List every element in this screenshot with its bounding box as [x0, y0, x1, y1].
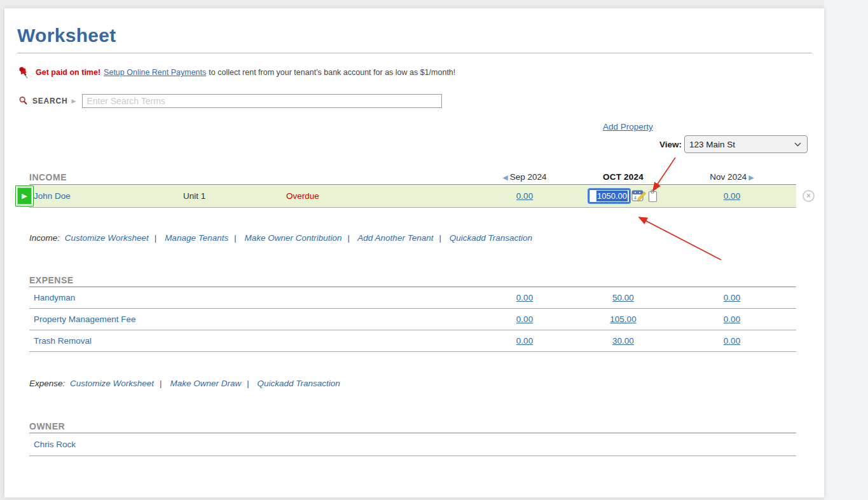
month-col-prev: ◀Sep 2024: [471, 172, 579, 182]
owner-name-link[interactable]: Chris Rock: [34, 440, 76, 449]
banner-rest-text: to collect rent from your tenant's bank …: [209, 68, 455, 77]
make-owner-draw-link[interactable]: Make Owner Draw: [170, 379, 241, 388]
expense-customize-worksheet-link[interactable]: Customize Worksheet: [70, 379, 154, 388]
month-col-next: Nov 2024▶: [668, 172, 796, 182]
tenant-status-badge: Overdue: [286, 191, 471, 201]
prev-month-button[interactable]: ◀: [502, 173, 507, 181]
note-clipboard-icon[interactable]: [648, 189, 658, 203]
expense-sep-amount-link[interactable]: 0.00: [516, 336, 533, 346]
income-sep-cell: 0.00: [471, 191, 579, 201]
next-month-button[interactable]: ▶: [748, 173, 754, 181]
make-owner-contribution-link[interactable]: Make Owner Contribution: [244, 233, 341, 243]
expense-nov-amount-link[interactable]: 0.00: [724, 293, 740, 302]
title-divider: [17, 53, 812, 53]
search-caret-icon: ▶: [71, 98, 76, 104]
expense-sep-amount-link[interactable]: 0.00: [516, 293, 533, 302]
next-month-label: Nov 2024: [710, 172, 747, 182]
dropdown-chevron-icon: [794, 142, 801, 147]
search-label: SEARCH: [32, 97, 67, 105]
expense-name-link[interactable]: Trash Removal: [34, 336, 92, 346]
view-selector: View: 123 Main St: [659, 135, 808, 153]
play-icon: ▶: [22, 193, 27, 199]
remove-row-icon[interactable]: ×: [803, 190, 815, 202]
income-sep-amount-link[interactable]: 0.00: [516, 191, 533, 201]
expense-oct-amount-link[interactable]: 105.00: [610, 314, 636, 324]
setup-rent-payments-link[interactable]: Setup Online Rent Payments: [104, 68, 206, 77]
page-title: Worksheet: [17, 25, 824, 46]
income-oct-cell: 1050.00 4: [579, 189, 668, 203]
expense-row-property-management-fee: Property Management Fee 0.00 105.00 0.00: [29, 309, 796, 330]
owner-row: Chris Rock: [29, 433, 796, 456]
property-select-value: 123 Main St: [689, 140, 735, 149]
expense-name-link[interactable]: Property Management Fee: [34, 314, 136, 324]
promo-banner: Get paid on time! Setup Online Rent Paym…: [18, 66, 824, 79]
page-background-strip: [824, 0, 868, 500]
income-amount-selected-text: 1050.00: [596, 191, 628, 201]
current-month-label: OCT 2024: [579, 172, 668, 182]
income-section-header: INCOME: [29, 172, 471, 182]
expense-section-header: EXPENSE: [29, 275, 74, 285]
separator: |: [234, 233, 237, 243]
income-amount-input[interactable]: 1050.00: [589, 189, 630, 203]
owner-section-header: OWNER: [29, 421, 65, 431]
search-input[interactable]: [82, 94, 442, 108]
owner-header-row: OWNER: [29, 419, 796, 433]
expense-oct-amount-link[interactable]: 50.00: [612, 293, 634, 302]
expense-table: EXPENSE Handyman 0.00 50.00 0.00 Propert…: [29, 273, 796, 352]
content-panel: Worksheet Get paid on time! Setup Online…: [4, 8, 824, 497]
svg-text:4: 4: [634, 196, 637, 200]
expense-row-handyman: Handyman 0.00 50.00 0.00: [29, 287, 796, 309]
separator: |: [348, 233, 350, 243]
add-another-tenant-link[interactable]: Add Another Tenant: [357, 233, 433, 243]
add-property-link[interactable]: Add Property: [603, 122, 653, 132]
expand-row-button[interactable]: ▶: [15, 186, 34, 206]
calendar-edit-icon[interactable]: 4: [631, 189, 646, 203]
expense-quickadd-transaction-link[interactable]: Quickadd Transaction: [257, 379, 340, 388]
view-label: View:: [659, 140, 682, 149]
income-tenant-row: ▶ John Doe Unit 1 Overdue 0.00 1050.00 4: [29, 185, 796, 208]
expense-sep-amount-link[interactable]: 0.00: [516, 314, 533, 324]
income-nov-cell: 0.00: [668, 191, 796, 201]
income-customize-worksheet-link[interactable]: Customize Worksheet: [65, 233, 149, 243]
income-header-row: INCOME ◀Sep 2024 OCT 2024 Nov 2024▶: [29, 170, 796, 185]
expense-oct-amount-link[interactable]: 30.00: [612, 336, 634, 346]
property-select[interactable]: 123 Main St: [684, 135, 808, 153]
income-actions-label: Income:: [29, 233, 60, 243]
expense-actions-label: Expense:: [29, 379, 65, 388]
separator: |: [160, 379, 162, 388]
separator: |: [155, 233, 157, 243]
separator: |: [247, 379, 249, 388]
expense-row-trash-removal: Trash Removal 0.00 30.00 0.00: [29, 330, 796, 352]
income-nov-amount-link[interactable]: 0.00: [724, 191, 740, 201]
tenant-name-link[interactable]: John Doe: [34, 191, 71, 201]
tenant-unit: Unit 1: [183, 191, 286, 201]
search-bar: SEARCH ▶: [18, 93, 824, 108]
search-icon: [18, 96, 28, 105]
income-quickadd-transaction-link[interactable]: Quickadd Transaction: [450, 233, 532, 243]
expense-actions: Expense: Customize Worksheet| Make Owner…: [29, 379, 824, 388]
tenant-name-cell: John Doe: [29, 191, 183, 201]
owner-table: OWNER Chris Rock: [29, 419, 796, 456]
income-table: INCOME ◀Sep 2024 OCT 2024 Nov 2024▶ ▶ Jo…: [29, 170, 796, 208]
expense-nov-amount-link[interactable]: 0.00: [724, 336, 740, 346]
prev-month-label: Sep 2024: [510, 172, 547, 182]
income-actions: Income: Customize Worksheet| Manage Tena…: [29, 233, 824, 243]
expense-nov-amount-link[interactable]: 0.00: [724, 314, 740, 324]
pushpin-icon: [18, 67, 30, 79]
manage-tenants-link[interactable]: Manage Tenants: [165, 233, 228, 243]
separator: |: [439, 233, 441, 243]
banner-bold-text: Get paid on time!: [36, 68, 100, 77]
expense-name-link[interactable]: Handyman: [34, 293, 75, 302]
expense-header-row: EXPENSE: [29, 273, 796, 287]
